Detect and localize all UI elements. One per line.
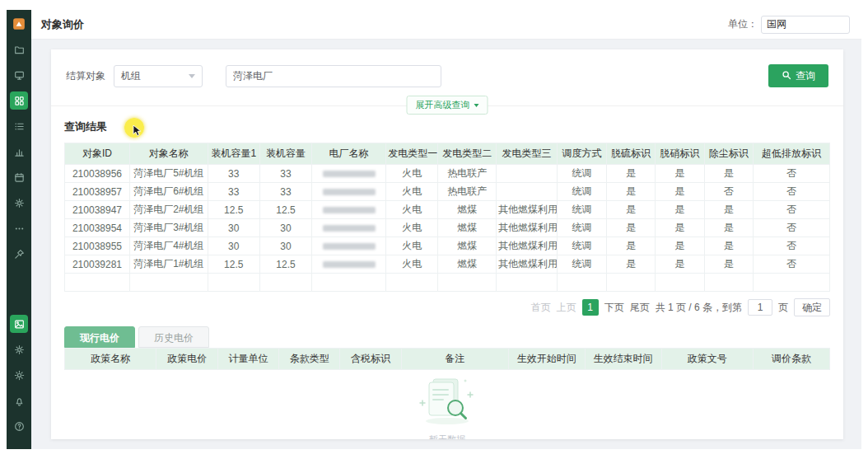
table-cell: 是 [656,201,704,219]
column-header: 装机容量 [259,143,311,165]
pagination-page-1[interactable]: 1 [582,299,599,316]
table-cell: 其他燃煤利用 [496,219,557,237]
table-cell: 是 [704,165,753,183]
pagination-prev[interactable]: 上页 [557,301,576,315]
table-cell [656,274,704,292]
app-logo-icon[interactable] [10,15,28,33]
column-header: 政策电价 [156,349,217,370]
pagination-first[interactable]: 首页 [531,301,551,315]
advanced-search-label: 展开高级查询 [416,99,470,111]
table-cell: 12.5 [208,255,259,274]
list-icon[interactable] [10,117,28,135]
filter-row: 结算对象 机组 查询 [66,64,828,87]
table-cell: 30 [208,219,259,237]
table-cell: 燃煤 [438,237,497,255]
column-header: 电厂名称 [312,143,386,165]
table-row: 210038955菏泽电厂4#机组3030火电燃煤其他燃煤利用统调是是是否 [65,237,830,255]
monitor-icon[interactable] [10,66,28,84]
table-cell: 火电 [386,183,438,201]
pagination-next[interactable]: 下页 [604,301,624,315]
results-table: 对象ID对象名称装机容量1装机容量电厂名称发电类型一发电类型二发电类型三调度方式… [64,143,830,292]
table-cell: 12.5 [259,201,311,219]
table-cell [312,274,386,292]
theme-icon[interactable] [10,366,28,384]
column-header: 含税标识 [340,349,401,370]
calendar-icon[interactable] [10,168,28,186]
sidebar-top-icons [10,15,28,270]
table-cell: 火电 [386,237,438,255]
table-cell: 其他燃煤利用 [496,201,557,219]
table-cell [312,201,386,219]
sidebar-bottom-icons [10,315,28,443]
settlement-object-select[interactable]: 机组 [114,65,203,87]
table-cell: 是 [606,165,655,183]
table-cell: 菏泽电厂4#机组 [129,237,208,255]
table-cell: 否 [754,183,830,201]
tab-current-price[interactable]: 现行电价 [64,326,135,348]
table-cell: 是 [656,219,704,237]
header-row: 政策名称政策电价计量单位条款类型含税标识备注生效开始时间生效结束时间政策文号调价… [65,349,830,370]
tab-history-price[interactable]: 历史电价 [138,326,209,348]
chevron-down-icon [474,104,479,107]
masked-plant-name [323,189,376,195]
column-header: 发电类型一 [386,143,438,165]
pagination-page-suffix: 页 [778,301,788,315]
unit-box: 单位： [728,16,850,34]
unit-input[interactable] [761,16,850,34]
unit-label: 单位： [728,17,758,31]
chart-icon[interactable] [10,143,28,161]
table-cell: 其他燃煤利用 [496,255,557,274]
help-icon[interactable] [10,417,28,435]
empty-state: 暂无数据 [64,370,830,439]
select-value: 机组 [121,69,141,83]
table-cell: 210039281 [65,255,130,274]
table-cell: 否 [754,219,830,237]
main-area: 对象询价 单位： 结算对象 机组 [31,10,861,449]
plant-name-input[interactable] [226,65,441,87]
table-row: 210038956菏泽电厂5#机组3333火电热电联产统调是是是否 [65,165,830,183]
table-cell [312,237,386,255]
column-header: 装机容量1 [208,143,259,165]
image-icon[interactable] [10,315,28,333]
advanced-search-toggle[interactable]: 展开高级查询 [407,96,488,115]
pin-icon[interactable] [10,245,28,263]
pagination-last[interactable]: 尾页 [630,301,650,315]
search-icon [782,70,791,82]
filter-section: 结算对象 机组 查询 展开高级查询 [51,49,843,106]
bell-icon[interactable] [10,391,28,410]
table-cell: 12.5 [259,255,311,274]
column-header: 政策文号 [661,349,753,370]
table-cell [496,183,557,201]
table-cell: 火电 [386,165,438,183]
content-area: 结算对象 机组 查询 展开高级查询 [31,40,861,449]
sidebar [7,10,31,449]
table-row [65,274,830,292]
table-cell [208,274,259,292]
table-cell: 火电 [386,219,438,237]
masked-plant-name [323,261,376,268]
table-cell: 是 [656,165,704,183]
empty-text: 暂无数据 [429,433,465,440]
folder-icon[interactable] [10,40,28,59]
search-button[interactable]: 查询 [768,64,828,87]
pagination-confirm-button[interactable]: 确定 [794,298,830,316]
table-cell: 统调 [558,255,606,274]
page-title: 对象询价 [41,17,84,32]
page-number-input[interactable] [748,299,772,316]
gear-icon[interactable] [10,194,28,212]
more-icon[interactable] [10,219,28,237]
price-table: 政策名称政策电价计量单位条款类型含税标识备注生效开始时间生效结束时间政策文号调价… [64,348,830,370]
column-header: 计量单位 [217,349,278,370]
table-cell: 30 [208,237,259,255]
table-cell [558,274,606,292]
table-cell: 30 [259,219,311,237]
search-button-label: 查询 [796,69,815,83]
settings-icon[interactable] [10,340,28,358]
column-header: 对象ID [65,143,130,165]
gallery-icon[interactable] [10,91,28,110]
table-cell [312,183,386,201]
table-row: 210038947菏泽电厂2#机组12.512.5火电燃煤其他燃煤利用统调是是是… [65,201,830,219]
table-cell: 否 [754,237,830,255]
table-cell [754,274,830,292]
table-cell: 否 [754,201,830,219]
